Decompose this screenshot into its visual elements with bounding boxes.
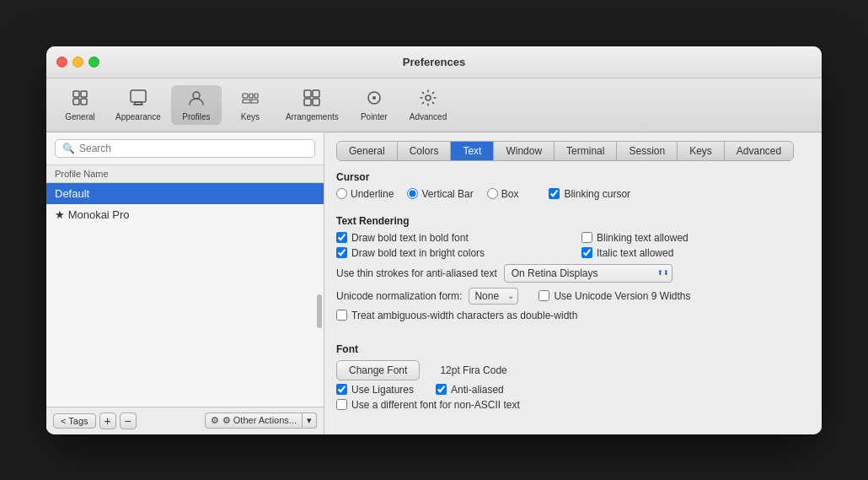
profile-item-monokai[interactable]: Monokai Pro (46, 204, 324, 225)
thin-strokes-label: Use thin strokes for anti-aliased text (336, 267, 497, 279)
profiles-icon (187, 89, 206, 111)
gear-icon-small: ⚙ (211, 415, 219, 426)
main-panel: General Colors Text Window Terminal Sess… (324, 132, 822, 434)
non-ascii-checkbox[interactable] (336, 399, 347, 410)
blinking-text-checkbox[interactable] (581, 232, 592, 243)
cursor-section: Cursor Underline Vertical Bar Box (336, 171, 810, 203)
svg-rect-9 (249, 94, 253, 98)
svg-rect-8 (243, 94, 248, 98)
change-font-button[interactable]: Change Font (336, 360, 420, 380)
other-actions-wrap: ⚙ ⚙ Other Actions... ▾ (205, 413, 317, 429)
cursor-options-row: Underline Vertical Bar Box Blinking curs… (336, 188, 810, 200)
general-icon (71, 89, 89, 111)
other-actions-chevron[interactable]: ▾ (303, 413, 317, 429)
profile-item-default[interactable]: Default (46, 183, 324, 204)
ambiguous-label: Treat ambiguous-width characters as doub… (351, 310, 577, 321)
cursor-vertical-bar-radio[interactable] (407, 188, 418, 199)
toolbar-pointer[interactable]: Pointer (349, 85, 399, 125)
search-input-wrap: 🔍 (55, 139, 315, 158)
blinking-text-checkbox-wrap[interactable]: Blinking text allowed (581, 232, 810, 244)
cursor-box[interactable]: Box (487, 188, 519, 200)
tab-advanced[interactable]: Advanced (725, 142, 793, 160)
other-actions-button[interactable]: ⚙ ⚙ Other Actions... (205, 413, 303, 429)
anti-aliased-wrap[interactable]: Anti-aliased (436, 384, 504, 396)
thin-strokes-select[interactable]: On Retina Displays (504, 264, 672, 283)
profile-list: Default Monokai Pro (46, 183, 324, 225)
text-rendering-title: Text Rendering (336, 215, 810, 227)
anti-aliased-checkbox[interactable] (436, 384, 447, 395)
tab-general[interactable]: General (337, 142, 398, 160)
svg-rect-4 (131, 90, 146, 102)
remove-profile-button[interactable]: − (120, 413, 137, 429)
toolbar-keys[interactable]: ⌘ Keys (225, 85, 276, 125)
font-row: Change Font 12pt Fira Code (336, 360, 810, 380)
tags-button[interactable]: < Tags (53, 413, 96, 429)
font-section: Font Change Font 12pt Fira Code Use Liga… (336, 343, 810, 414)
toolbar-arrangements[interactable]: Arrangements (279, 85, 346, 125)
ambiguous-wrap[interactable]: Treat ambiguous-width characters as doub… (336, 310, 577, 321)
bold-font-label: Draw bold text in bold font (351, 232, 469, 244)
unicode-select[interactable]: None (469, 288, 518, 305)
toolbar: General Appearance Profiles (46, 78, 822, 132)
bold-font-checkbox[interactable] (336, 232, 347, 243)
blinking-cursor[interactable]: Blinking cursor (549, 188, 630, 200)
search-input[interactable] (79, 143, 308, 154)
tab-window[interactable]: Window (494, 142, 555, 160)
cursor-box-label: Box (501, 188, 519, 200)
non-ascii-label: Use a different font for non-ASCII text (351, 399, 520, 411)
maximize-button[interactable] (88, 57, 99, 67)
anti-aliased-label: Anti-aliased (451, 384, 504, 396)
minimize-button[interactable] (72, 57, 83, 67)
ligatures-wrap[interactable]: Use Ligatures (336, 384, 414, 396)
cursor-underline[interactable]: Underline (336, 188, 394, 200)
sidebar-footer: < Tags + − ⚙ ⚙ Other Actions... ▾ (46, 407, 324, 434)
svg-point-7 (193, 92, 200, 99)
unicode-widths-wrap[interactable]: Use Unicode Version 9 Widths (538, 290, 690, 302)
svg-rect-1 (73, 99, 79, 105)
tab-terminal[interactable]: Terminal (555, 142, 617, 160)
close-button[interactable] (56, 57, 67, 67)
blinking-text-label: Blinking text allowed (597, 232, 689, 244)
traffic-lights (56, 57, 99, 67)
blinking-cursor-checkbox[interactable] (549, 188, 560, 199)
text-rendering-section: Text Rendering Draw bold text in bold fo… (336, 215, 810, 326)
bold-bright-checkbox[interactable] (336, 247, 347, 258)
non-ascii-wrap[interactable]: Use a different font for non-ASCII text (336, 399, 520, 411)
scrollbar-thumb[interactable] (317, 294, 322, 328)
bold-font-checkbox-wrap[interactable]: Draw bold text in bold font (336, 232, 565, 244)
add-profile-button[interactable]: + (99, 413, 116, 429)
search-icon: 🔍 (62, 143, 75, 154)
appearance-icon (129, 89, 147, 111)
svg-rect-0 (73, 91, 79, 97)
svg-point-19 (426, 95, 431, 100)
arrangements-icon (303, 89, 321, 111)
ambiguous-checkbox[interactable] (336, 310, 347, 321)
tab-session[interactable]: Session (617, 142, 678, 160)
tab-text[interactable]: Text (451, 142, 494, 160)
titlebar: Preferences (46, 46, 822, 78)
toolbar-general-label: General (65, 112, 95, 121)
italic-text-checkbox[interactable] (581, 247, 592, 258)
cursor-underline-radio[interactable] (336, 188, 347, 199)
ambiguous-row: Treat ambiguous-width characters as doub… (336, 310, 810, 321)
ligatures-checkbox[interactable] (336, 384, 347, 395)
svg-rect-2 (81, 91, 87, 97)
svg-rect-10 (255, 94, 258, 98)
italic-text-checkbox-wrap[interactable]: Italic text allowed (581, 247, 810, 259)
unicode-widths-checkbox[interactable] (538, 290, 549, 301)
svg-rect-13 (304, 90, 311, 97)
bold-bright-checkbox-wrap[interactable]: Draw bold text in bright colors (336, 247, 565, 259)
thin-strokes-select-wrap: On Retina Displays (504, 264, 672, 283)
toolbar-profiles-label: Profiles (182, 112, 210, 121)
tab-colors[interactable]: Colors (398, 142, 452, 160)
toolbar-arrangements-label: Arrangements (286, 112, 339, 121)
toolbar-advanced[interactable]: Advanced (403, 85, 453, 125)
advanced-gear-icon (419, 89, 437, 111)
toolbar-appearance[interactable]: Appearance (109, 85, 168, 125)
cursor-vertical-bar[interactable]: Vertical Bar (407, 188, 473, 200)
toolbar-profiles[interactable]: Profiles (171, 85, 222, 125)
bold-bright-label: Draw bold text in bright colors (351, 247, 485, 259)
toolbar-general[interactable]: General (55, 85, 105, 125)
cursor-box-radio[interactable] (487, 188, 498, 199)
tab-keys[interactable]: Keys (678, 142, 725, 160)
